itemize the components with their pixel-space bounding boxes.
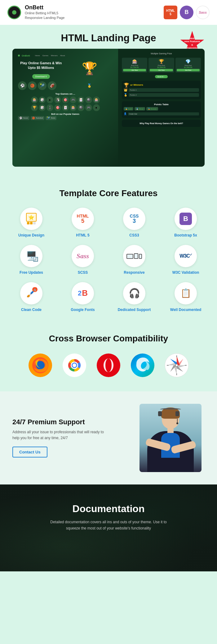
clean-code-icon-wrap: 🖌️ ✂️ [20,282,42,304]
popular-row: ⚽ Soccer 🏀 Basketball 🎾 Tennis [18,116,113,120]
nav-links: Home Games Winners About [35,55,65,56]
contact-us-button[interactable]: Contact Us [12,447,47,457]
points-row: 🏅 Gold 🥈 Silver 🥉 Bronze [124,107,199,110]
unique-design-label: Unique Design [18,233,44,237]
brand-section: OnBett Online Betting HTML5 Responsive L… [7,4,64,20]
edge-icon [130,353,155,378]
feature-html5: HTML 5 HTML 5 [61,208,105,237]
nav-logo-text: OnBett [22,54,30,57]
edge-browser [130,353,155,379]
prize-card-2: 🏆 Prize Pool $1,089.00 Join Now [148,58,174,73]
responsive-icon [126,253,142,259]
bootstrap-label: Bootstrap 5x [174,233,197,237]
preview-popular-title: Bett on our Popular Games [18,113,113,115]
google-fonts-icon-wrap: 2B [72,282,94,304]
bootstrap-badge: B [180,6,193,19]
opera-browser [96,353,121,379]
well-documented-icon-wrap: 📋 [175,282,197,304]
hero-section: HTML Landing Page Updated with new Featu… [0,25,217,176]
unique-design-icon-wrap: ⭐ [20,208,42,230]
html5-label: HTML 5 [76,233,89,237]
preview-hero-area: Play Online Games & Win Upto $5 Millions… [18,61,113,90]
preview-right: Multiple Gaming Prize 🎰 Prize Pool $1,75… [118,49,205,167]
responsive-label: Responsive [124,270,144,275]
feature-w3c: W3C✓ W3C Validation [164,245,208,275]
preview-sports: ⚽ 🏀 🎾 🏈 [18,81,64,90]
top-games-title: Top Games on ... [18,92,113,95]
feature-scss: Sass SCSS [61,245,105,275]
sass-badge: Sass [196,6,210,19]
brand-subtitle: Online Betting HTML5 Responsive Landing … [25,11,64,20]
nav-logo-dot [18,55,20,56]
google-fonts-icon: 2B [78,288,88,298]
headset-icon: 🎧 [129,288,140,299]
feature-google-fonts: 2B Google Fonts [61,282,105,312]
preview-hero-image: 🏆🥇 [67,61,113,90]
scss-label: SCSS [78,270,88,275]
firefox-browser [28,353,53,379]
support-section: 24/7 Premium Support Address all your is… [0,391,217,484]
logo-inner-circle [11,9,17,16]
feature-clean-code: 🖌️ ✂️ Clean Code [9,282,53,312]
feature-responsive: Responsive [112,245,156,275]
preview-games-row: 🎰 🎲 ♠️ 🎳 🎯 🎮 🃏 🎱 🎰 [18,97,113,103]
browser-icons-row [12,353,205,379]
responsive-icon-wrap [123,245,145,267]
feature-unique-design: ⭐ Unique Design [9,208,53,237]
well-documented-label: Well Documented [170,308,201,312]
css3-icon: CSS 3 [130,214,139,224]
feature-well-documented: 📋 Well Documented [164,282,208,312]
safari-browser [164,353,189,379]
features-title: Template Core Features [9,188,208,198]
scroll-btn-area: Scroll All → [122,75,201,78]
prize-card-1: 🎰 Prize Pool $1,750.00 Join Now [122,58,147,73]
preview-left: OnBett Home Games Winners About Play Onl… [12,49,118,167]
feature-bootstrap: B Bootstrap 5x [164,208,208,237]
logo-icon [7,6,21,19]
docs-section: Documentation Detailed documentation cov… [0,484,217,571]
preview-nav: OnBett Home Games Winners About [18,54,113,57]
firefox-icon [28,353,53,378]
docs-description: Detailed documentation covers all ins an… [46,519,170,532]
svg-point-6 [73,363,76,367]
points-table: Points Table 🏅 Gold 🥈 Silver 🥉 Bronze 👤 … [122,101,201,118]
brand-text: OnBett Online Betting HTML5 Responsive L… [25,4,64,20]
w3c-icon-wrap: W3C✓ [175,245,197,267]
clean-code-label: Clean Code [21,308,42,312]
feature-free-updates: 🖥️ 🔄 Free Updates [9,245,53,275]
chrome-browser [62,353,87,379]
features-section: Template Core Features ⭐ Unique Design [0,176,217,324]
html5-badge: HTML 5 [164,6,177,19]
html5-icon: HTML 5 [77,214,89,224]
preview-games-row-2: 🏆 🎲 ♟️ 🎯 🃏 🎰 🎱 🎮 ♠️ [18,104,113,111]
browser-title: Cross Browser Compatibility [12,334,205,344]
svg-point-13 [175,364,178,367]
support-content: 24/7 Premium Support Address all your is… [12,418,112,457]
css3-icon-wrap: CSS 3 [123,208,145,230]
preview-hero-text-area: Play Online Games & Win Upto $5 Millions… [18,61,64,90]
why-section: Why Play Real Money Games On the bett? [122,120,201,127]
sass-icon: Sass [77,252,89,260]
support-person-image [140,404,202,472]
docs-title: Documentation [12,503,205,515]
html5-icon-wrap: HTML 5 [72,208,94,230]
preview-cta-btn: Download It [32,74,50,79]
features-grid: ⭐ Unique Design HTML 5 HTML [9,208,208,312]
scss-icon-wrap: Sass [72,245,94,267]
support-title: 24/7 Premium Support [12,418,112,426]
feature-css3: CSS 3 CSS3 [112,208,156,237]
w3c-icon: W3C✓ [179,253,192,259]
brand-name: OnBett [25,4,64,11]
chrome-icon [62,353,87,378]
bootstrap-icon-wrap: B [175,208,197,230]
preview-hero-headline: Play Online Games & Win Upto $5 Millions [18,61,64,70]
winner-item-1: 👑 Position 1 [124,88,199,92]
tech-badges: HTML 5 B Sass [164,6,210,19]
bootstrap-icon: B [179,213,192,225]
free-updates-icon-wrap: 🖥️ 🔄 [20,245,42,267]
svg-point-9 [105,358,112,372]
support-description: Address all your issue to professionals … [12,429,112,441]
prize-title: Multiple Gaming Prize [122,52,201,55]
css3-label: CSS3 [129,233,139,237]
google-fonts-label: Google Fonts [71,308,95,312]
